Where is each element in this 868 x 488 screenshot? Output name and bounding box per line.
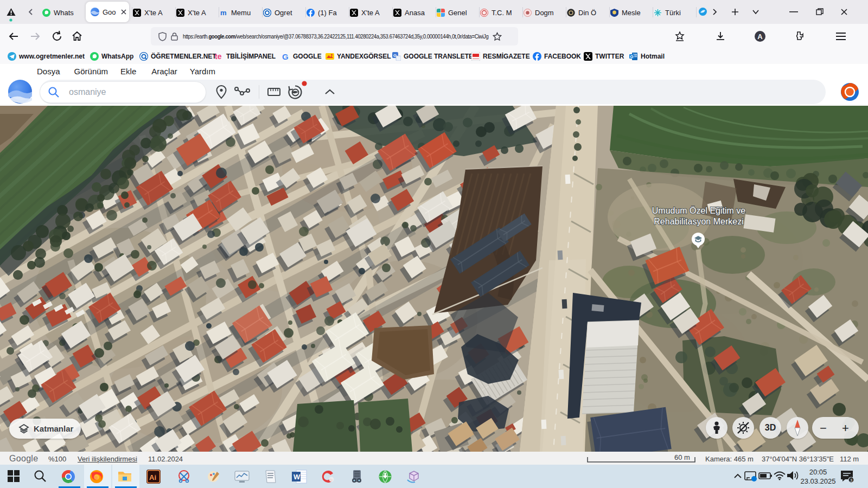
svg-text:m: m [220,9,227,17]
svg-text:Ai: Ai [149,473,156,481]
svg-text:Rehabilitasyon Merkezi: Rehabilitasyon Merkezi [654,217,743,226]
svg-text:G: G [282,52,289,61]
svg-text:te: te [215,52,222,61]
svg-text:3: 3 [850,478,853,483]
svg-text:Umudum Özel Eğitim ve: Umudum Özel Eğitim ve [652,206,746,215]
svg-text:O: O [630,54,634,59]
svg-text:W: W [293,473,301,481]
svg-text:A: A [757,33,763,41]
